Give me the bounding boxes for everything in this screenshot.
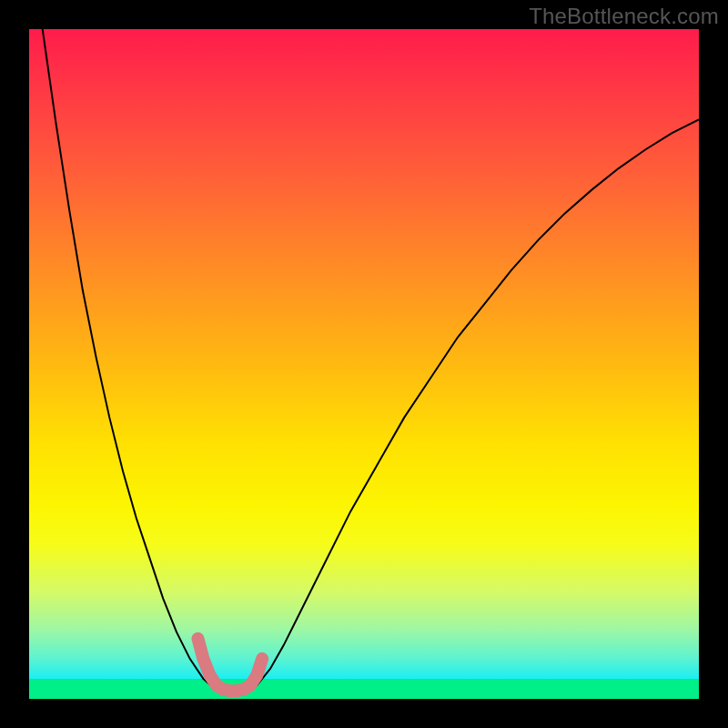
outer-frame: TheBottleneck.com <box>0 0 728 728</box>
pink-overlay-path <box>197 639 262 691</box>
watermark-text: TheBottleneck.com <box>529 4 719 29</box>
plot-area <box>29 29 699 699</box>
bottleneck-curve <box>29 29 699 693</box>
curve-svg <box>29 29 699 699</box>
